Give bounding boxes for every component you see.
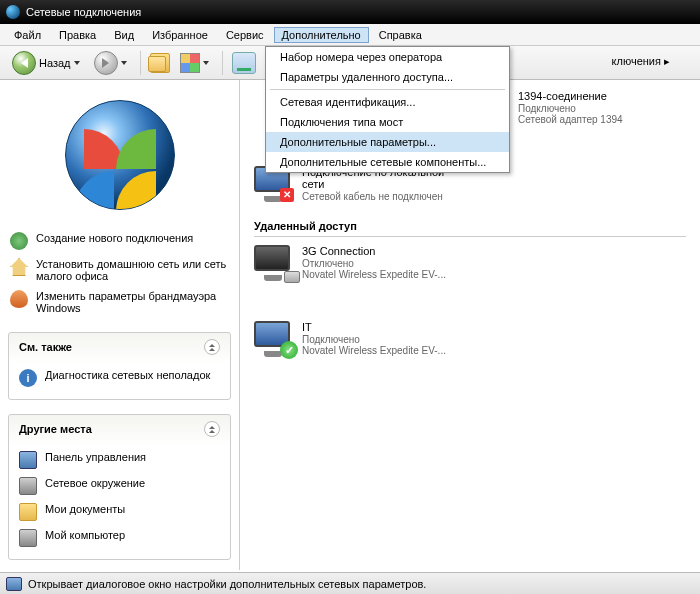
panel-header[interactable]: См. также xyxy=(9,333,230,361)
computer-icon xyxy=(19,477,37,495)
connection-it[interactable]: ✓ IT Подключено Novatel Wireless Expedit… xyxy=(254,321,464,357)
collapse-icon xyxy=(204,421,220,437)
item-label: Диагностика сетевых неполадок xyxy=(45,369,210,387)
status-text: Открывает диалоговое окно настройки допо… xyxy=(28,578,426,590)
dd-operator-dial[interactable]: Набор номера через оператора xyxy=(266,47,509,67)
dd-network-components[interactable]: Дополнительные сетевые компоненты... xyxy=(266,152,509,172)
conn-name: 3G Connection xyxy=(302,245,446,257)
menu-file[interactable]: Файл xyxy=(6,27,49,43)
views-button[interactable] xyxy=(176,51,213,75)
conn-name: 1394-соединение xyxy=(518,90,623,102)
conn-name: IT xyxy=(302,321,446,333)
place-control-panel[interactable]: Панель управления xyxy=(17,447,222,473)
conn-device: Сетевой адаптер 1394 xyxy=(518,114,623,125)
item-label: Мои документы xyxy=(45,503,125,521)
see-also-panel: См. также i Диагностика сетевых неполадо… xyxy=(8,332,231,400)
task-firewall[interactable]: Изменить параметры брандмауэра Windows xyxy=(8,286,231,318)
place-network[interactable]: Сетевое окружение xyxy=(17,473,222,499)
connection-3g[interactable]: 3G Connection Отключено Novatel Wireless… xyxy=(254,245,464,281)
place-documents[interactable]: Мои документы xyxy=(17,499,222,525)
monitor-icon xyxy=(6,577,22,591)
menu-service[interactable]: Сервис xyxy=(218,27,272,43)
panel-title: Другие места xyxy=(19,423,92,435)
menu-edit[interactable]: Правка xyxy=(51,27,104,43)
panel-title: См. также xyxy=(19,341,72,353)
title-bar: Сетевые подключения xyxy=(0,0,700,24)
monitor-icon xyxy=(19,451,37,469)
separator xyxy=(270,89,505,90)
task-label: Создание нового подключения xyxy=(36,232,193,250)
group-remote: Удаленный доступ 3G Connection Отключено… xyxy=(254,220,686,357)
info-icon: i xyxy=(19,369,37,387)
connection-icon xyxy=(254,245,294,281)
separator xyxy=(140,51,141,75)
chevron-down-icon xyxy=(203,61,209,65)
dd-network-id[interactable]: Сетевая идентификация... xyxy=(266,92,509,112)
shield-icon xyxy=(10,290,28,308)
task-new-connection[interactable]: Создание нового подключения xyxy=(8,228,231,254)
other-places-panel: Другие места Панель управления Сетевое о… xyxy=(8,414,231,560)
menu-advanced[interactable]: Дополнительно xyxy=(274,27,369,43)
menu-help[interactable]: Справка xyxy=(371,27,430,43)
status-bar: Открывает диалоговое окно настройки допо… xyxy=(0,572,700,594)
network-icon xyxy=(10,232,28,250)
item-label: Сетевое окружение xyxy=(45,477,145,495)
back-button[interactable]: Назад xyxy=(8,49,84,77)
address-icon[interactable] xyxy=(232,52,256,74)
task-label: Установить домашнюю сеть или сеть малого… xyxy=(36,258,229,282)
dd-advanced-params[interactable]: Дополнительные параметры... xyxy=(266,132,509,152)
connection-icon: ✓ xyxy=(254,321,294,357)
back-label: Назад xyxy=(39,57,71,69)
modem-icon xyxy=(284,271,300,283)
menu-bar: Файл Правка Вид Избранное Сервис Дополни… xyxy=(0,24,700,46)
task-label: Изменить параметры брандмауэра Windows xyxy=(36,290,229,314)
computer-icon xyxy=(19,529,37,547)
folder-icon xyxy=(19,503,37,521)
group-header: Удаленный доступ xyxy=(254,220,686,237)
sidebar: Создание нового подключения Установить д… xyxy=(0,80,240,570)
item-label: Мой компьютер xyxy=(45,529,125,547)
arrow-right-icon xyxy=(102,58,109,68)
panel-header[interactable]: Другие места xyxy=(9,415,230,443)
address-text: ключения ▸ xyxy=(612,55,670,68)
menu-favorites[interactable]: Избранное xyxy=(144,27,216,43)
chevron-down-icon xyxy=(74,61,80,65)
chevron-down-icon xyxy=(121,61,127,65)
views-icon xyxy=(180,53,200,73)
arrow-left-icon xyxy=(21,58,28,68)
conn-state: Подключено xyxy=(302,334,446,345)
dd-remote-params[interactable]: Параметры удаленного доступа... xyxy=(266,67,509,87)
conn-device: Novatel Wireless Expedite EV-... xyxy=(302,269,446,280)
dd-bridge[interactable]: Подключения типа мост xyxy=(266,112,509,132)
network-orb-icon xyxy=(65,100,175,210)
conn-state: Сетевой кабель не подключен xyxy=(302,191,464,202)
collapse-icon xyxy=(204,339,220,355)
conn-state: Отключено xyxy=(302,258,446,269)
error-badge-icon: ✕ xyxy=(280,188,294,202)
place-my-computer[interactable]: Мой компьютер xyxy=(17,525,222,551)
item-label: Панель управления xyxy=(45,451,146,469)
task-home-network[interactable]: Установить домашнюю сеть или сеть малого… xyxy=(8,254,231,286)
folders-icon[interactable] xyxy=(150,53,170,73)
app-icon xyxy=(6,5,20,19)
window-title: Сетевые подключения xyxy=(26,6,141,18)
separator xyxy=(222,51,223,75)
forward-button[interactable] xyxy=(90,49,131,77)
conn-state: Подключено xyxy=(518,103,623,114)
check-badge-icon: ✓ xyxy=(280,341,298,359)
home-icon xyxy=(10,258,28,276)
conn-device: Novatel Wireless Expedite EV-... xyxy=(302,345,446,356)
menu-view[interactable]: Вид xyxy=(106,27,142,43)
see-also-diagnostics[interactable]: i Диагностика сетевых неполадок xyxy=(17,365,222,391)
advanced-dropdown: Набор номера через оператора Параметры у… xyxy=(265,46,510,173)
